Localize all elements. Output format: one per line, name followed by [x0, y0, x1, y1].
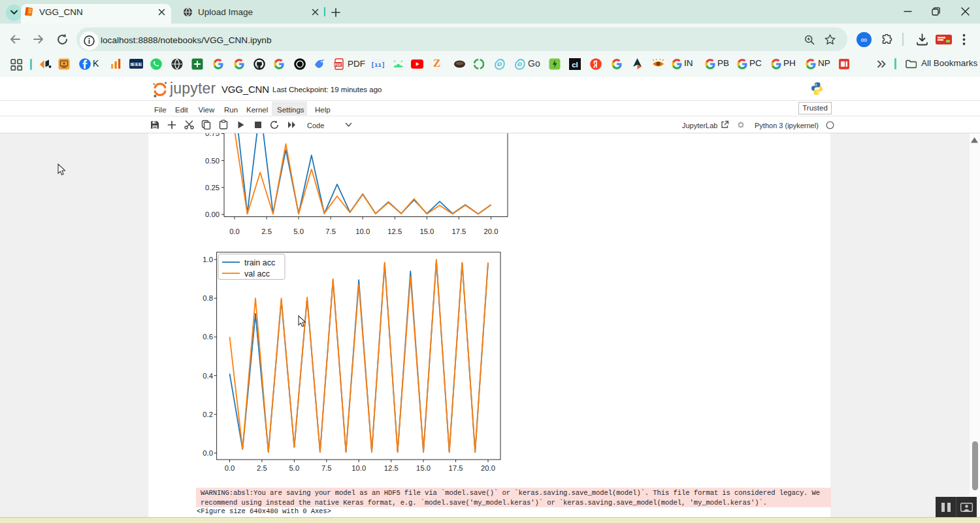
- svg-text:0.0: 0.0: [229, 228, 240, 235]
- svg-text:1.0: 1.0: [203, 256, 213, 263]
- svg-text:2.5: 2.5: [257, 464, 267, 472]
- svg-text:2.5: 2.5: [261, 228, 272, 235]
- svg-text:0.0: 0.0: [225, 464, 235, 472]
- svg-text:IEEE: IEEE: [130, 61, 142, 67]
- svg-text:0.50: 0.50: [205, 157, 220, 165]
- svg-text:12.5: 12.5: [387, 228, 402, 235]
- svg-text:7.5: 7.5: [321, 464, 332, 472]
- svg-text:10.0: 10.0: [355, 228, 370, 235]
- svg-text:0.00: 0.00: [205, 211, 220, 218]
- svg-text:0.2: 0.2: [203, 411, 213, 418]
- svg-text:12.5: 12.5: [384, 464, 399, 472]
- svg-text:17.5: 17.5: [451, 228, 466, 235]
- svg-text:0.25: 0.25: [205, 184, 220, 192]
- svg-text:val acc: val acc: [244, 269, 270, 278]
- svg-text:0.6: 0.6: [203, 333, 213, 341]
- svg-text:0.8: 0.8: [203, 294, 213, 302]
- svg-text:15.0: 15.0: [419, 228, 434, 235]
- svg-text:20.0: 20.0: [484, 228, 498, 235]
- svg-text:5.0: 5.0: [293, 228, 304, 235]
- svg-text:15.0: 15.0: [416, 464, 431, 472]
- svg-text:∞: ∞: [861, 35, 867, 44]
- svg-text:[ıı]: [ıı]: [372, 62, 384, 69]
- svg-text:train acc: train acc: [244, 258, 275, 267]
- svg-text:10.0: 10.0: [351, 464, 366, 472]
- svg-text:17.5: 17.5: [449, 464, 463, 472]
- svg-text:0.4: 0.4: [203, 372, 213, 380]
- svg-text:20.0: 20.0: [481, 464, 495, 472]
- svg-text:PDF: PDF: [335, 63, 342, 67]
- svg-text:5.0: 5.0: [289, 464, 300, 472]
- svg-text:0.75: 0.75: [205, 133, 220, 137]
- svg-text:7.5: 7.5: [325, 228, 336, 235]
- svg-text:cl: cl: [572, 61, 578, 69]
- svg-text:0.0: 0.0: [203, 449, 213, 457]
